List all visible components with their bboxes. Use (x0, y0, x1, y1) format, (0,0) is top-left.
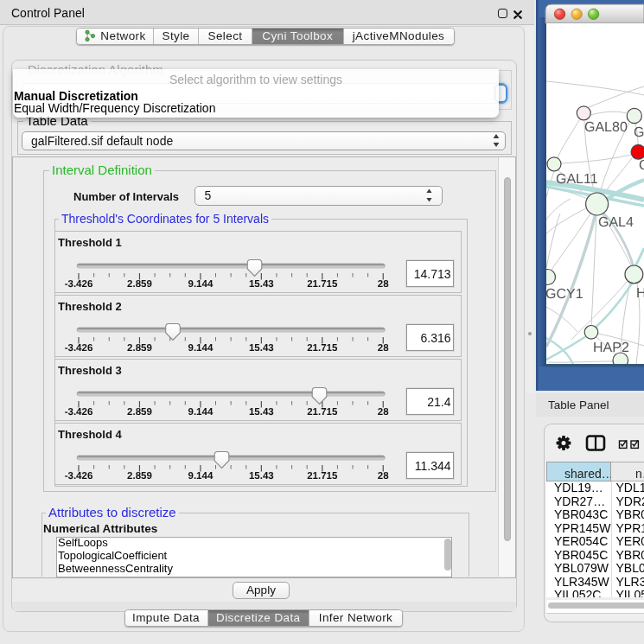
svg-text:-3.426: -3.426 (65, 279, 93, 290)
svg-text:GAL80: GAL80 (584, 120, 628, 135)
svg-text:21.715: 21.715 (307, 471, 338, 481)
svg-text:9.144: 9.144 (188, 343, 214, 354)
svg-text:28: 28 (378, 343, 389, 354)
svg-text:GAL: GAL (634, 125, 644, 140)
svg-text:-3.426: -3.426 (65, 343, 93, 354)
svg-text:28: 28 (378, 279, 389, 290)
svg-text:2.859: 2.859 (127, 279, 152, 290)
svg-text:HAP2: HAP2 (593, 341, 629, 355)
svg-text:15.43: 15.43 (249, 471, 274, 481)
svg-text:GAL4: GAL4 (598, 215, 634, 230)
svg-text:21.715: 21.715 (307, 279, 338, 290)
svg-text:-3.426: -3.426 (65, 471, 93, 481)
svg-text:15.43: 15.43 (249, 279, 274, 290)
svg-text:HI: HI (636, 286, 644, 301)
svg-text:28: 28 (378, 407, 389, 418)
svg-text:15.43: 15.43 (249, 407, 274, 418)
svg-text:2.859: 2.859 (127, 471, 152, 481)
svg-text:21.715: 21.715 (307, 343, 338, 354)
svg-text:15.43: 15.43 (249, 343, 274, 354)
svg-text:2.859: 2.859 (127, 343, 152, 354)
svg-text:9.144: 9.144 (188, 471, 214, 481)
svg-text:GCY1: GCY1 (545, 287, 583, 302)
svg-text:9.144: 9.144 (188, 407, 214, 418)
svg-text:28: 28 (378, 471, 389, 481)
svg-text:GAL11: GAL11 (556, 172, 598, 187)
svg-text:-3.426: -3.426 (65, 407, 93, 418)
svg-text:9.144: 9.144 (188, 279, 214, 290)
svg-text:2.859: 2.859 (127, 407, 152, 418)
svg-text:21.715: 21.715 (307, 407, 338, 418)
svg-text:CY: CY (639, 158, 644, 173)
